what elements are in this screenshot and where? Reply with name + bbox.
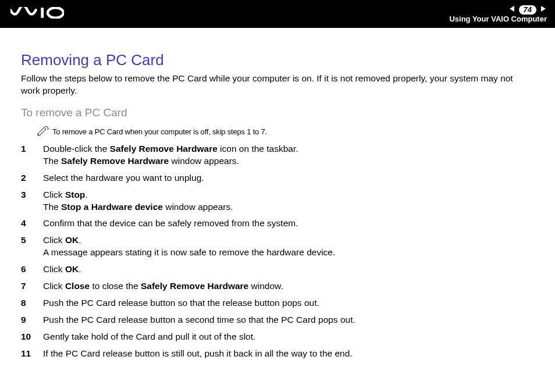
step-number: 10 <box>21 331 35 343</box>
step-item: 5Click OK.A message appears stating it i… <box>21 234 534 259</box>
page-number-badge: 74 <box>519 5 536 15</box>
step-text: Double-click the Safely Remove Hardware … <box>43 143 534 168</box>
step-number: 5 <box>21 234 35 247</box>
step-text: Select the hardware you want to unplug. <box>43 172 534 184</box>
step-text: Click OK. <box>43 263 534 276</box>
note-text: To remove a PC Card when your computer i… <box>52 127 267 136</box>
page-nav: 74 <box>449 5 547 15</box>
step-text: Confirm that the device can be safely re… <box>43 218 534 230</box>
step-text: If the PC Card release button is still o… <box>43 348 534 360</box>
svg-marker-3 <box>541 6 546 12</box>
step-text: Push the PC Card release button so that … <box>43 297 534 309</box>
note-pencil-icon <box>37 126 49 137</box>
svg-marker-2 <box>510 6 514 12</box>
note: To remove a PC Card when your computer i… <box>37 127 534 137</box>
steps-list: 1Double-click the Safely Remove Hardware… <box>21 143 534 360</box>
step-item: 3Click Stop.The Stop a Hardware device w… <box>21 189 534 213</box>
step-item: 11If the PC Card release button is still… <box>21 348 534 360</box>
page-content: Removing a PC Card Follow the steps belo… <box>0 28 555 376</box>
step-item: 6Click OK. <box>21 263 534 276</box>
step-number: 3 <box>21 189 35 201</box>
header-right: 74 Using Your VAIO Computer <box>449 5 547 23</box>
step-text: Gently take hold of the Card and pull it… <box>43 331 534 343</box>
svg-point-1 <box>48 8 63 17</box>
subheading: To remove a PC Card <box>21 106 534 119</box>
step-number: 9 <box>21 314 35 326</box>
step-number: 1 <box>21 143 35 155</box>
step-number: 4 <box>21 218 35 230</box>
step-text: Push the PC Card release button a second… <box>43 314 534 326</box>
step-number: 11 <box>21 348 35 360</box>
step-text: Click Close to close the Safely Remove H… <box>43 280 534 293</box>
step-item: 2Select the hardware you want to unplug. <box>21 172 534 184</box>
next-page-arrow-icon[interactable] <box>539 5 547 15</box>
step-number: 2 <box>21 172 35 184</box>
step-item: 1Double-click the Safely Remove Hardware… <box>21 143 534 168</box>
step-item: 9Push the PC Card release button a secon… <box>21 314 534 326</box>
step-number: 8 <box>21 297 35 309</box>
step-item: 7Click Close to close the Safely Remove … <box>21 280 534 293</box>
page-title: Removing a PC Card <box>21 51 534 69</box>
step-text: Click Stop.The Stop a Hardware device wi… <box>43 189 534 213</box>
step-item: 4Confirm that the device can be safely r… <box>21 218 534 230</box>
intro-paragraph: Follow the steps below to remove the PC … <box>21 73 534 97</box>
step-item: 8Push the PC Card release button so that… <box>21 297 534 309</box>
step-item: 10Gently take hold of the Card and pull … <box>21 331 534 343</box>
section-label: Using Your VAIO Computer <box>449 15 547 23</box>
vaio-logo-icon <box>10 7 64 21</box>
step-text: Click OK.A message appears stating it is… <box>43 234 534 259</box>
step-number: 7 <box>21 280 35 293</box>
prev-page-arrow-icon[interactable] <box>508 5 517 15</box>
svg-rect-0 <box>41 8 44 17</box>
step-number: 6 <box>21 263 35 276</box>
header-bar: 74 Using Your VAIO Computer <box>0 0 555 28</box>
